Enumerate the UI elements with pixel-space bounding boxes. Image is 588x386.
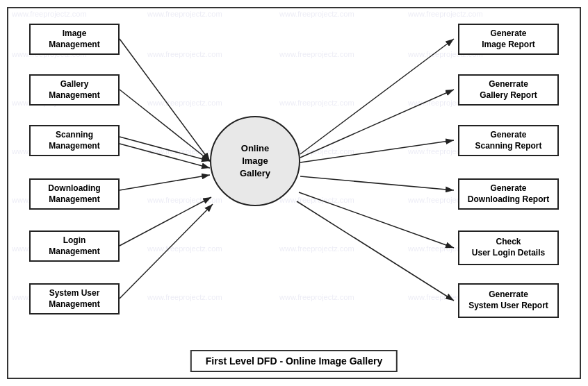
watermark: www.freeprojectz.com [279,196,354,204]
center-circle: OnlineImageGallery [210,116,300,206]
node-label: DownloadingManagement [48,183,100,205]
svg-line-7 [120,197,211,246]
center-label: OnlineImageGallery [240,142,270,181]
node-scanning-management: ScanningManagement [29,125,120,156]
watermark: www.freeprojectz.com [279,293,354,301]
node-gen-gallery-report: GenerrateGallery Report [458,74,559,106]
watermark: www.freeprojectz.com [147,244,222,253]
watermark: www.freeprojectz.com [147,50,222,58]
watermark: www.freeprojectz.com [12,10,87,18]
node-label: LoginManagement [49,235,99,257]
watermark: www.freeprojectz.com [147,99,222,107]
node-label: ScanningManagement [49,130,99,151]
watermark: www.freeprojectz.com [147,196,222,204]
node-label: System UserManagement [49,288,99,310]
footer-label: First Level DFD - Online Image Gallery [190,350,398,372]
watermark: www.freeprojectz.com [147,10,222,18]
node-label: GenerrateGallery Report [480,79,537,101]
node-sysuser-management: System UserManagement [29,283,120,314]
node-label: GalleryManagement [49,79,99,101]
svg-line-9 [300,39,454,154]
watermark: www.freeprojectz.com [147,293,222,301]
svg-line-4 [120,137,210,161]
node-label: GenerateImage Report [482,28,535,50]
footer-text: First Level DFD - Online Image Gallery [206,355,382,367]
svg-line-5 [120,144,210,168]
node-gen-scanning-report: GenerateScanning Report [458,125,559,156]
diagram-inner: www.freeprojectz.com www.freeprojectz.co… [8,8,580,378]
watermark: www.freeprojectz.com [279,244,354,253]
node-label: GenerateDownloading Report [468,183,549,205]
svg-line-6 [120,175,210,190]
watermark: www.freeprojectz.com [279,50,354,58]
node-gen-downloading-report: GenerateDownloading Report [458,178,559,210]
node-gen-img-report: GenerateImage Report [458,24,559,55]
node-check-login: CheckUser Login Details [458,230,559,265]
node-label: ImageManagement [49,28,99,50]
node-label: GenerrateSystem User Report [468,290,548,311]
svg-line-8 [120,204,213,299]
watermark: www.freeprojectz.com [279,10,354,18]
svg-line-14 [297,201,454,301]
svg-line-2 [120,39,210,161]
svg-line-13 [299,192,454,248]
svg-line-3 [120,90,210,161]
watermark: www.freeprojectz.com [408,10,483,18]
node-downloading-management: DownloadingManagement [29,178,120,210]
node-image-management: ImageManagement [29,24,120,55]
svg-line-11 [300,140,454,162]
node-gallery-management: GalleryManagement [29,74,120,106]
svg-line-10 [300,90,454,158]
node-gen-sysuser-report: GenerrateSystem User Report [458,283,559,318]
svg-line-12 [300,176,454,190]
node-label: GenerateScanning Report [475,130,541,151]
node-login-management: LoginManagement [29,230,120,262]
node-label: CheckUser Login Details [472,237,545,258]
diagram-container: www.freeprojectz.com www.freeprojectz.co… [7,7,581,379]
watermark: www.freeprojectz.com [279,99,354,107]
